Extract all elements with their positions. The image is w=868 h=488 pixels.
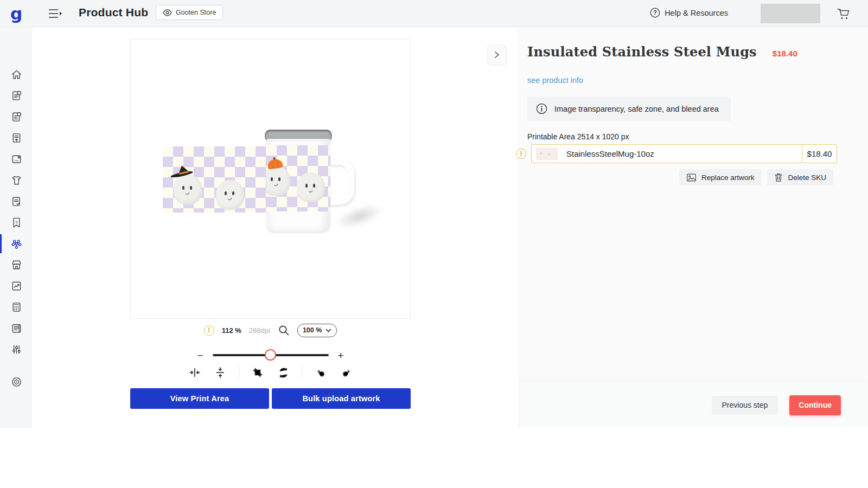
svg-text:s: s xyxy=(15,220,17,224)
help-label: Help & Resources xyxy=(665,9,728,17)
product-detail-panel: Insulated Stainless Steel Mugs $18.40 se… xyxy=(520,27,868,428)
svg-text:?: ? xyxy=(653,9,656,16)
design-canvas: ! 112 % 268dpi 100 % − + xyxy=(33,27,519,428)
zoom-out-button[interactable]: − xyxy=(197,350,203,361)
product-price: $18.40 xyxy=(773,49,797,58)
eye-icon xyxy=(163,9,172,16)
scale-slider-handle[interactable] xyxy=(265,349,276,361)
magnifier-icon[interactable] xyxy=(278,324,290,336)
rotate-icon xyxy=(277,367,290,379)
sidebar-item-billing[interactable] xyxy=(0,297,33,318)
app-window: g Product Hub Gooten Store ? Help & Reso… xyxy=(0,0,868,428)
page-title: Product Hub xyxy=(79,6,148,19)
continue-button[interactable]: Continue xyxy=(789,395,841,415)
product-title: Insulated Stainless Steel Mugs xyxy=(527,44,757,60)
view-print-area-button[interactable]: View Print Area xyxy=(130,388,269,409)
delete-sku-button[interactable]: Delete SKU xyxy=(767,169,833,185)
dpi-warning-icon: ! xyxy=(204,325,214,336)
align-vertical-center-button[interactable] xyxy=(213,365,227,380)
sku-row[interactable]: StainlessSteelMug-10oz $18.40 xyxy=(531,144,837,163)
hamburger-icon xyxy=(47,7,63,21)
home-icon xyxy=(10,68,23,81)
sidebar-item-products[interactable] xyxy=(0,170,33,191)
gooten-logo[interactable]: g xyxy=(0,0,33,27)
bulk-upload-artwork-button[interactable]: Bulk upload artwork xyxy=(272,388,411,409)
toolbar-divider xyxy=(239,367,239,378)
csv-import-icon: CSV xyxy=(10,153,23,165)
bookmark-s-icon: s xyxy=(10,216,23,229)
store-icon xyxy=(10,259,23,271)
sidebar-item-stores[interactable] xyxy=(0,254,33,275)
collapse-panel-button[interactable] xyxy=(487,44,507,65)
toolbar-divider xyxy=(302,367,302,378)
undo-icon xyxy=(315,367,327,379)
sku-price: $18.40 xyxy=(802,145,837,163)
crop-button[interactable] xyxy=(251,365,265,380)
printable-area-label: Printable Area 2514 x 1020 px xyxy=(527,132,629,141)
canvas-actions: View Print Area Bulk upload artwork xyxy=(130,388,411,409)
store-preview-button[interactable]: Gooten Store xyxy=(156,5,223,20)
orders-icon xyxy=(10,89,23,102)
document-upload-icon xyxy=(10,132,23,144)
replace-artwork-button[interactable]: Replace artwork xyxy=(679,169,762,185)
scale-percent-label: 112 % xyxy=(222,326,241,335)
zoom-info-row: ! 112 % 268dpi 100 % xyxy=(130,323,411,338)
sidebar-nav: CSV s xyxy=(0,27,33,428)
sidebar-item-product-hub[interactable] xyxy=(0,233,33,254)
svg-text:CSV: CSV xyxy=(14,159,18,162)
sidebar-item-analytics[interactable] xyxy=(0,275,33,297)
sliders-icon xyxy=(10,343,23,356)
scale-slider-row: − + xyxy=(130,347,411,363)
account-menu-placeholder[interactable] xyxy=(761,4,820,23)
crop-icon xyxy=(252,367,264,378)
align-horizontal-center-icon xyxy=(188,366,201,379)
rotate-button[interactable] xyxy=(276,365,290,380)
calculator-icon xyxy=(10,301,23,313)
help-resources-button[interactable]: ? Help & Resources xyxy=(650,8,728,18)
sku-section: ! StainlessSteelMug-10oz $18.40 xyxy=(516,144,841,163)
undo-button[interactable] xyxy=(314,365,328,380)
cart-icon xyxy=(835,6,852,22)
question-circle-icon: ? xyxy=(650,8,660,18)
ghost-plain-1 xyxy=(216,180,244,210)
sidebar-item-order-approval[interactable] xyxy=(0,191,33,212)
target-icon xyxy=(10,376,23,388)
mug-preview xyxy=(265,127,400,244)
top-bar: g Product Hub Gooten Store ? Help & Reso… xyxy=(0,0,868,27)
mug-body xyxy=(266,139,330,232)
zoom-level-value: 100 % xyxy=(303,326,322,334)
see-product-info-link[interactable]: see product info xyxy=(527,76,583,85)
cart-button[interactable] xyxy=(835,6,852,22)
chevron-down-icon xyxy=(326,329,331,332)
sidebar-item-order-history[interactable] xyxy=(0,106,33,127)
order-history-icon xyxy=(10,111,23,123)
chevron-right-icon xyxy=(494,51,500,59)
info-circle-icon xyxy=(536,103,547,114)
align-vertical-center-icon xyxy=(214,366,227,379)
document-check-icon xyxy=(10,195,23,208)
wizard-footer: Previous step Continue xyxy=(520,382,868,428)
align-horizontal-center-button[interactable] xyxy=(188,365,202,380)
menu-toggle-button[interactable] xyxy=(46,5,64,22)
sidebar-item-home[interactable] xyxy=(0,64,33,85)
redo-button[interactable] xyxy=(339,365,353,380)
artwork-toolbar xyxy=(130,364,411,381)
sidebar-item-saved[interactable]: s xyxy=(0,212,33,233)
sku-warning-icon: ! xyxy=(516,149,526,159)
tshirt-icon xyxy=(10,174,23,187)
scale-slider-track[interactable] xyxy=(213,354,329,356)
sidebar-item-orders[interactable] xyxy=(0,85,33,106)
zoom-level-select[interactable]: 100 % xyxy=(297,324,337,337)
zoom-in-button[interactable]: + xyxy=(338,350,344,361)
product-hub-icon xyxy=(10,237,23,250)
sidebar-item-settings[interactable] xyxy=(0,339,33,360)
sidebar-item-support[interactable] xyxy=(0,371,33,393)
ghost-pumpkin-hat xyxy=(266,166,290,196)
sidebar-item-submit-order[interactable] xyxy=(0,127,33,149)
logo-glyph: g xyxy=(10,4,22,23)
sidebar-item-csv-import[interactable]: CSV xyxy=(0,149,33,170)
previous-step-button[interactable]: Previous step xyxy=(712,396,778,415)
sidebar-item-news[interactable] xyxy=(0,318,33,339)
banner-text: Image transparency, safe zone, and bleed… xyxy=(554,105,719,113)
transparency-info-banner[interactable]: Image transparency, safe zone, and bleed… xyxy=(527,97,731,121)
